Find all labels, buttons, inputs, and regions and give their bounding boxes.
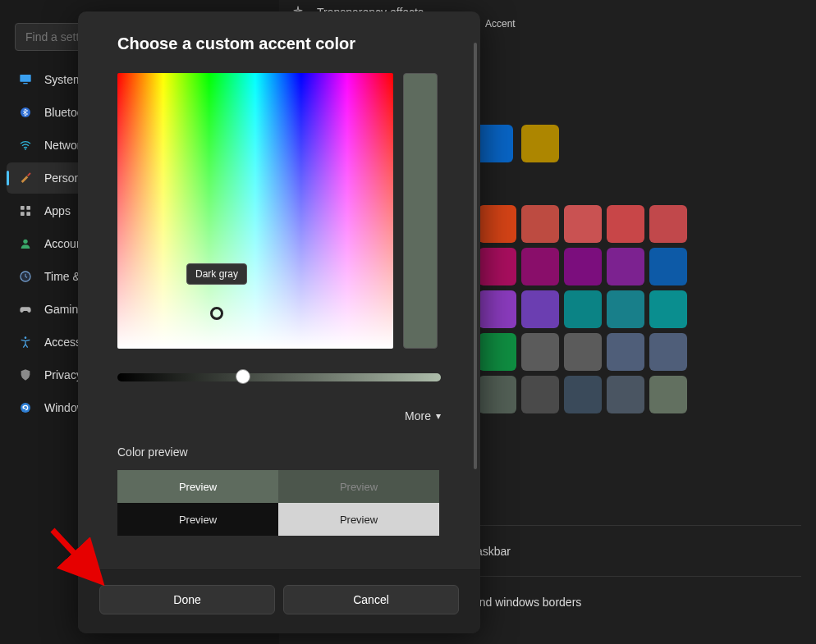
color-swatch[interactable]: [649, 376, 687, 413]
sidebar-item-label: Privacy: [44, 368, 82, 381]
svg-point-8: [23, 240, 27, 244]
color-swatch[interactable]: [564, 205, 602, 243]
chevron-down-icon: ▾: [436, 410, 441, 422]
color-swatch[interactable]: [479, 376, 516, 413]
dialog-footer: Done Cancel: [78, 569, 480, 633]
color-swatch[interactable]: [521, 205, 559, 243]
person-icon: [18, 236, 33, 251]
svg-point-10: [21, 272, 30, 281]
windows-colors-grid: [479, 205, 687, 413]
preview-cell-dark: Preview: [117, 503, 278, 536]
divider: [473, 576, 801, 577]
color-swatch[interactable]: [607, 205, 644, 243]
sidebar-item-label: System: [44, 73, 83, 86]
done-button[interactable]: Done: [99, 585, 275, 614]
color-swatch[interactable]: [479, 248, 516, 285]
cancel-button[interactable]: Cancel: [283, 585, 459, 614]
color-swatch[interactable]: [649, 205, 687, 243]
color-preview-label: Color preview: [117, 445, 441, 459]
accent-label: Accent: [485, 18, 516, 30]
preview-cell-accent-dim: Preview: [278, 470, 439, 503]
color-swatch[interactable]: [479, 333, 516, 371]
color-spectrum[interactable]: Dark gray: [117, 73, 393, 349]
color-swatch[interactable]: [475, 125, 513, 162]
color-swatch[interactable]: [521, 333, 559, 371]
color-swatch[interactable]: [521, 125, 559, 162]
preview-cell-accent-dark: Preview: [117, 470, 278, 503]
monitor-icon: [18, 72, 33, 87]
color-swatch[interactable]: [564, 248, 602, 285]
divider: [473, 525, 801, 526]
color-swatch[interactable]: [564, 333, 602, 371]
color-picker-dialog: Choose a custom accent color Dark gray M…: [78, 11, 480, 633]
more-label: More: [405, 409, 431, 422]
color-swatch[interactable]: [607, 248, 644, 285]
color-swatch[interactable]: [649, 248, 687, 285]
color-swatch[interactable]: [479, 205, 516, 243]
svg-rect-4: [21, 206, 25, 210]
color-swatch[interactable]: [521, 290, 559, 328]
svg-point-11: [25, 336, 27, 339]
dialog-title: Choose a custom accent color: [117, 34, 441, 53]
color-swatch[interactable]: [521, 248, 559, 285]
color-swatch[interactable]: [649, 290, 687, 328]
color-swatch[interactable]: [564, 376, 602, 413]
color-swatch[interactable]: [521, 376, 559, 413]
sidebar-item-label: Apps: [44, 204, 71, 217]
color-swatch[interactable]: [649, 333, 687, 371]
preview-cell-light: Preview: [278, 503, 439, 536]
svg-rect-5: [26, 206, 30, 210]
apps-icon: [18, 203, 33, 218]
accessibility-icon: [18, 335, 33, 349]
scrollbar[interactable]: [474, 43, 477, 469]
clock-icon: [18, 269, 33, 284]
color-swatch[interactable]: [607, 376, 644, 413]
color-preview-grid: Preview Preview Preview Preview: [117, 470, 439, 536]
bluetooth-icon: [18, 105, 33, 120]
color-cursor[interactable]: [210, 307, 223, 320]
value-slider[interactable]: [117, 373, 441, 381]
brush-icon: [18, 171, 33, 185]
more-toggle[interactable]: More ▾: [117, 409, 441, 422]
color-preview-strip: [403, 73, 438, 349]
recent-colors-row: [475, 125, 559, 162]
svg-point-3: [25, 148, 26, 150]
wifi-icon: [18, 138, 33, 153]
color-swatch[interactable]: [564, 290, 602, 328]
svg-rect-1: [23, 83, 27, 84]
svg-rect-6: [21, 212, 25, 216]
color-swatch[interactable]: [607, 333, 644, 371]
borders-option-label: and windows borders: [473, 596, 581, 609]
svg-rect-0: [20, 75, 30, 82]
color-swatch[interactable]: [607, 290, 644, 328]
slider-thumb[interactable]: [236, 369, 250, 384]
shield-icon: [18, 368, 33, 382]
svg-rect-7: [26, 212, 30, 216]
gamepad-icon: [18, 302, 33, 317]
color-swatch[interactable]: [479, 290, 516, 328]
update-icon: [18, 400, 33, 415]
color-tooltip: Dark gray: [186, 263, 247, 285]
